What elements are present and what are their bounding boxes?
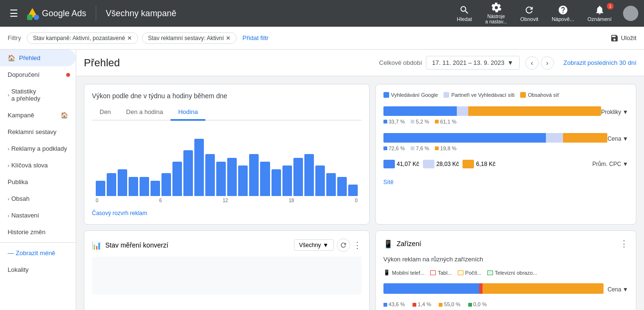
date-label: Celkové období: [379, 59, 422, 66]
bar-6: [161, 173, 171, 196]
home-icon: 🏠: [8, 54, 15, 62]
sidebar-item-lokality[interactable]: Lokality: [0, 261, 76, 278]
cena-label[interactable]: Cena ▼: [607, 135, 628, 142]
dropdown-cpc-icon: ▼: [623, 161, 628, 167]
bar-22: [337, 177, 347, 196]
conv-dropdown[interactable]: Všechny ▼: [294, 239, 334, 251]
hamburger-menu[interactable]: ☰: [6, 4, 22, 23]
perf-card-title: Výkon podle dne v týdnu a hodiny během d…: [92, 92, 362, 100]
expand-icon-reklamy: ›: [8, 146, 10, 152]
computer-icon: [458, 270, 463, 275]
cpc-val-2: 28,03 Kč: [423, 160, 459, 168]
svg-rect-2: [27, 15, 32, 20]
dropdown-prokliky-icon: ▼: [623, 109, 628, 115]
prum-cpc-label[interactable]: Prům. CPC ▼: [592, 161, 628, 167]
tablet-icon: [430, 270, 436, 275]
view-last-30-link[interactable]: Zobrazit posledních 30 dní: [564, 59, 636, 66]
save-icon: [610, 34, 619, 42]
conv-refresh-btn[interactable]: [337, 238, 350, 252]
bar-23: [348, 185, 358, 196]
date-next-btn[interactable]: ›: [541, 56, 554, 70]
conv-card-title: Stav měření konverzí: [105, 241, 168, 249]
prokliky-label[interactable]: Prokliky ▼: [601, 109, 628, 115]
perf-tabs: Den Den a hodina Hodina: [92, 104, 362, 121]
sidebar-item-kampane[interactable]: Kampaně 🏠: [0, 107, 76, 124]
notifications-nav-btn[interactable]: 1 Oznámení: [582, 3, 617, 24]
cena-partners: [546, 133, 563, 143]
filter-chip-campaign-status[interactable]: Stav kampaně: Aktivní, pozastavené ✕: [27, 32, 138, 44]
bar-2: [118, 169, 127, 196]
content-wrapper: Přehled Celkové období 17. 11. 2021 – 13…: [76, 50, 644, 310]
campaigns-home-icon: 🏠: [60, 112, 68, 119]
sidebar: 🏠 Přehled Doporučení › Statistiky a přeh…: [0, 50, 76, 310]
prokliky-val-2: 5,2 %: [411, 119, 429, 124]
cpc-block-3: [463, 160, 474, 168]
bar-16: [272, 169, 281, 196]
date-prev-btn[interactable]: ‹: [525, 56, 539, 70]
chart-container: 0 6 12 18 0: [92, 129, 362, 203]
tab-den[interactable]: Den: [92, 104, 119, 121]
timing-schedule-link[interactable]: Časový rozvrh reklam: [92, 210, 362, 217]
sidebar-item-nastaveni[interactable]: › Nastavení: [0, 207, 76, 224]
filter-label: Filtry: [8, 34, 21, 41]
sidebar-item-historie[interactable]: Historie změn: [0, 224, 76, 240]
expand-icon-kw: ›: [8, 163, 10, 168]
bar-12: [227, 158, 237, 196]
device-menu-btn[interactable]: ⋮: [620, 238, 628, 249]
google-ads-logo-icon: [26, 7, 39, 20]
device-icon: 📱: [383, 239, 393, 248]
tv-pct-dot: [468, 303, 472, 307]
tab-den-hodina[interactable]: Den a hodina: [119, 104, 171, 121]
search-nav-btn[interactable]: Hledat: [451, 3, 478, 24]
bar-chart: [92, 129, 362, 196]
legend-search-partners: Partneři ve Vyhledávací síti: [443, 92, 514, 98]
sidebar-item-statistiky[interactable]: › Statistiky a přehledy: [0, 83, 76, 107]
prokliky-bar-row: Prokliky ▼: [383, 106, 628, 117]
device-label-tablet-pct: 1,4 %: [413, 301, 431, 307]
tab-hodina[interactable]: Hodina: [171, 104, 205, 121]
device-bar: [383, 283, 604, 294]
bar-3: [129, 177, 138, 196]
show-less-btn[interactable]: — Zobrazit méně: [0, 245, 76, 261]
nav-page-title: Všechny kampaně: [106, 9, 176, 19]
bar-20: [315, 165, 325, 196]
sidebar-item-doporuceni[interactable]: Doporučení: [0, 66, 76, 83]
add-filter-btn[interactable]: Přidat filtr: [242, 34, 269, 41]
device-metric-label[interactable]: Cena ▼: [607, 286, 628, 293]
sidebar-item-klicova-slova[interactable]: › Klíčová slova: [0, 157, 76, 174]
cena-display: [563, 133, 607, 143]
sidebar-item-obsah[interactable]: › Obsah: [0, 190, 76, 207]
date-picker[interactable]: 17. 11. 2021 – 13. 9. 2023 ▼: [426, 56, 520, 70]
conv-menu-btn[interactable]: ⋮: [353, 240, 362, 250]
save-filter-btn[interactable]: Uložit: [610, 34, 636, 42]
bar-17: [282, 165, 292, 196]
network-legend: Vyhledávání Google Partneři ve Vyhledáva…: [383, 92, 628, 98]
sidebar-item-reklamy[interactable]: › Reklamy a podklady: [0, 140, 76, 157]
mobile-icon: 📱: [383, 269, 390, 276]
google-search-dot: [383, 92, 389, 98]
device-label-mobile-pct: 43,6 %: [383, 301, 405, 307]
x-label-6: 6: [159, 198, 162, 203]
tools-nav-btn[interactable]: Nástroje a nastav...: [480, 0, 513, 26]
networks-link[interactable]: Sítě: [383, 179, 628, 186]
conv-chart-placeholder: [92, 257, 362, 295]
bar-11: [216, 162, 226, 196]
nav-divider: [96, 6, 96, 21]
help-nav-btn[interactable]: Nápově...: [546, 3, 580, 24]
perf-by-day-card: Výkon podle dne v týdnu a hodiny během d…: [84, 84, 370, 225]
device-bar-mobile: [383, 283, 480, 294]
sidebar-item-reklamni-sestavy[interactable]: Reklamní sestavy: [0, 124, 76, 140]
cpc-block-2: [423, 160, 434, 168]
refresh-nav-btn[interactable]: Obnovit: [514, 3, 544, 24]
dropdown-cena-icon: ▼: [623, 135, 628, 142]
dropdown-icon: ▼: [507, 59, 513, 66]
user-avatar[interactable]: [623, 6, 638, 21]
filter-chip-adgroup-status[interactable]: Stav reklamní sestavy: Aktivní ✕: [142, 32, 237, 44]
cena-val-3: 19,8 %: [435, 145, 456, 151]
bar-7: [172, 162, 182, 196]
sidebar-item-prehled[interactable]: 🏠 Přehled: [0, 50, 76, 66]
sidebar-item-publika[interactable]: Publika: [0, 174, 76, 190]
bar-1: [107, 173, 116, 196]
refresh-icon: [340, 241, 347, 249]
conv-card-actions: Všechny ▼ ⋮: [294, 238, 362, 252]
